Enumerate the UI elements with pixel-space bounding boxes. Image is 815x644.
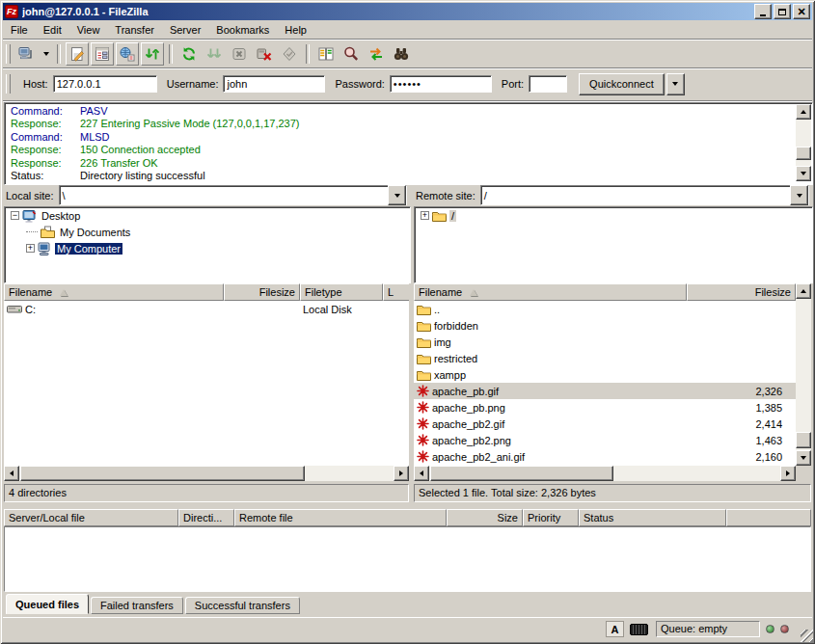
column-header-filesize[interactable]: Filesize: [687, 283, 796, 301]
column-header-size[interactable]: Size: [447, 509, 523, 526]
scroll-left-button[interactable]: [414, 466, 429, 481]
scroll-thumb[interactable]: [20, 466, 305, 481]
menu-item-file[interactable]: File: [3, 22, 36, 38]
remote-site-combo[interactable]: /: [480, 185, 809, 205]
filter-button[interactable]: [390, 42, 413, 66]
menu-item-transfer[interactable]: Transfer: [107, 22, 162, 38]
scroll-thumb[interactable]: [796, 147, 811, 160]
local-hscrollbar[interactable]: [4, 466, 409, 481]
toggle-log-button[interactable]: [66, 42, 89, 66]
scroll-left-button[interactable]: [4, 466, 19, 481]
remote-list-body[interactable]: ..forbiddenimgrestrictedxamppapache_pb.g…: [414, 301, 796, 466]
chevron-down-icon[interactable]: [790, 185, 808, 205]
file-row-img[interactable]: img: [414, 334, 796, 350]
refresh-button[interactable]: [177, 42, 201, 66]
log-scrollbar[interactable]: [796, 104, 811, 181]
maximize-button[interactable]: [774, 4, 791, 19]
host-input[interactable]: [53, 75, 157, 93]
queue-body[interactable]: [4, 526, 811, 592]
filename-text: restricted: [434, 353, 477, 364]
toggle-local-tree-button[interactable]: [91, 42, 114, 66]
file-row-item[interactable]: ..: [414, 301, 796, 317]
file-row-apache-pb-png[interactable]: apache_pb.png1,385: [414, 399, 796, 416]
tab-queued-files[interactable]: Queued files: [6, 594, 89, 614]
file-row-xampp[interactable]: xampp: [414, 366, 796, 383]
menu-item-view[interactable]: View: [69, 22, 108, 38]
password-input[interactable]: [390, 75, 492, 93]
expand-plus-icon[interactable]: +: [421, 211, 429, 220]
title-bar[interactable]: Fz john@127.0.0.1 - FileZilla ✕: [3, 3, 812, 20]
menu-item-server[interactable]: Server: [162, 22, 208, 38]
tree-item-my-computer[interactable]: +My Computer: [5, 240, 410, 256]
column-header-filename[interactable]: Filename: [414, 283, 687, 301]
column-header-priority[interactable]: Priority: [523, 509, 579, 526]
local-site-combo[interactable]: \: [59, 185, 407, 205]
site-manager-dropdown-button[interactable]: [40, 42, 52, 66]
local-list-body[interactable]: C:Local Disk: [4, 301, 409, 466]
remote-hscrollbar[interactable]: [414, 466, 796, 481]
file-row-apache-pb-gif[interactable]: apache_pb.gif2,326: [414, 383, 796, 399]
quickconnect-button[interactable]: Quickconnect: [579, 73, 665, 95]
quickconnect-grip[interactable]: [6, 74, 11, 94]
scroll-thumb[interactable]: [430, 466, 613, 481]
message-log[interactable]: Command:PASVResponse:227 Entering Passiv…: [7, 105, 796, 182]
minimize-button[interactable]: [754, 4, 772, 19]
scroll-right-button[interactable]: [394, 466, 409, 481]
site-manager-button[interactable]: [14, 42, 38, 66]
tree-item-desktop[interactable]: −Desktop: [5, 207, 410, 224]
tab-failed-transfers[interactable]: Failed transfers: [91, 597, 183, 614]
column-header-l[interactable]: L: [383, 283, 409, 301]
speed-limit-icon[interactable]: [630, 624, 648, 635]
remote-directory-tree[interactable]: +/: [414, 206, 813, 283]
expand-plus-icon[interactable]: +: [26, 244, 35, 253]
find-files-button[interactable]: [340, 42, 363, 66]
file-row-apache-pb2-gif[interactable]: apache_pb2.gif2,414: [414, 416, 796, 432]
column-header-filesize[interactable]: Filesize: [224, 283, 300, 301]
file-row-apache-pb2-png[interactable]: apache_pb2.png1,463: [414, 432, 796, 448]
file-row-apache-pb2-ani-gif[interactable]: apache_pb2_ani.gif2,160: [414, 448, 796, 465]
username-input[interactable]: [223, 75, 325, 93]
remote-vscrollbar[interactable]: [796, 283, 811, 466]
toggle-remote-tree-button[interactable]: [116, 42, 139, 66]
scroll-down-button[interactable]: [796, 166, 811, 181]
scroll-right-button[interactable]: [780, 466, 796, 481]
menu-item-edit[interactable]: Edit: [36, 22, 69, 38]
transfer-type-ascii-icon[interactable]: A: [606, 621, 624, 637]
scroll-down-button[interactable]: [796, 450, 811, 466]
column-header-remote-file[interactable]: Remote file: [234, 509, 447, 526]
column-header-filename[interactable]: Filename: [4, 283, 224, 301]
resize-grip[interactable]: [801, 630, 813, 642]
chevron-down-icon[interactable]: [388, 185, 406, 205]
tab-successful-transfers[interactable]: Successful transfers: [185, 597, 300, 614]
menu-item-help[interactable]: Help: [277, 22, 314, 38]
close-button[interactable]: ✕: [793, 4, 810, 19]
file-row-restricted[interactable]: restricted: [414, 350, 796, 366]
column-header-directi[interactable]: Directi...: [178, 509, 234, 526]
quickconnect-dropdown-button[interactable]: [666, 73, 685, 95]
tree-item-item[interactable]: +/: [415, 207, 812, 224]
synchronized-browsing-button[interactable]: [365, 42, 388, 66]
menu-item-bookmarks[interactable]: Bookmarks: [208, 22, 277, 38]
site-manager-icon: [17, 45, 35, 63]
collapse-minus-icon[interactable]: −: [11, 211, 19, 220]
process-queue-button[interactable]: [203, 42, 226, 66]
disconnect-button[interactable]: [253, 42, 276, 66]
file-row-c[interactable]: C:Local Disk: [4, 301, 409, 317]
scroll-thumb[interactable]: [796, 432, 811, 448]
header-label: Filename: [9, 286, 52, 298]
port-input[interactable]: [529, 75, 567, 93]
scroll-up-button[interactable]: [796, 104, 811, 120]
toggle-queue-button[interactable]: [141, 42, 164, 66]
directory-comparison-button[interactable]: [314, 42, 338, 66]
scroll-up-button[interactable]: [796, 283, 811, 299]
tree-label: /: [449, 210, 456, 222]
toolbar-grip[interactable]: [6, 44, 11, 64]
local-directory-tree[interactable]: −DesktopMy Documents+My Computer: [4, 206, 411, 283]
abort-button[interactable]: [278, 42, 301, 66]
cancel-button[interactable]: [228, 42, 251, 66]
file-row-forbidden[interactable]: forbidden: [414, 317, 796, 334]
column-header-filetype[interactable]: Filetype: [300, 283, 383, 301]
column-header-server-local-file[interactable]: Server/Local file: [4, 509, 178, 526]
tree-item-my-documents[interactable]: My Documents: [5, 224, 410, 240]
column-header-status[interactable]: Status: [579, 509, 726, 526]
